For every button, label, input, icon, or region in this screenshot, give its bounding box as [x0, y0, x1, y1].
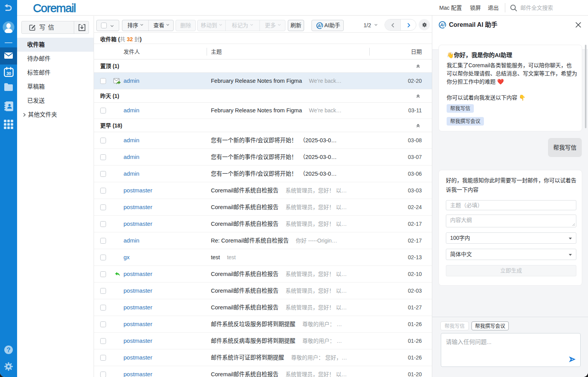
svg-text:?: ?: [7, 346, 10, 353]
svg-text:30: 30: [6, 71, 11, 76]
svg-text:Al: Al: [440, 23, 445, 27]
svg-text:Al: Al: [317, 24, 322, 28]
